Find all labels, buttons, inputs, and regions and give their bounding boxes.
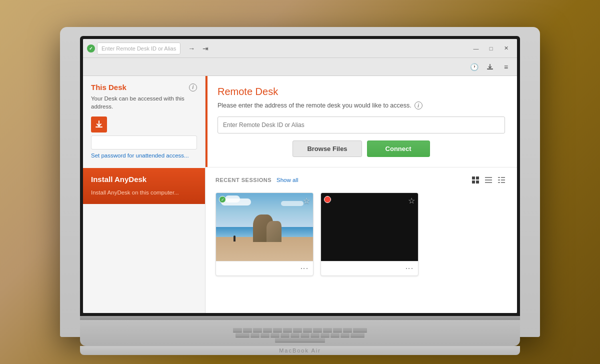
close-button[interactable]: ✕ <box>499 43 513 54</box>
tab-arrow-button[interactable]: ⇥ <box>200 43 212 54</box>
svg-rect-11 <box>498 180 500 180</box>
key <box>330 333 340 337</box>
beach-clouds-2 <box>281 201 304 206</box>
history-button[interactable]: 🕐 <box>467 60 481 74</box>
key <box>280 333 290 337</box>
install-section: Install AnyDesk Install AnyDesk on this … <box>83 168 205 204</box>
svg-rect-6 <box>485 177 492 178</box>
svg-rect-8 <box>485 182 492 183</box>
maximize-button[interactable]: □ <box>484 43 498 54</box>
remote-address-input[interactable] <box>218 116 505 134</box>
keyboard-area <box>80 320 520 346</box>
session-1-status-badge <box>219 196 226 203</box>
list-view-button[interactable] <box>483 174 494 186</box>
sessions-grid: ☆ ⋮ ☆ <box>216 192 507 276</box>
view-icons <box>470 174 507 186</box>
key <box>323 328 332 332</box>
session-card-1[interactable]: ☆ ⋮ <box>216 192 314 276</box>
laptop-hinge <box>80 316 520 320</box>
key <box>340 333 350 337</box>
recent-sessions-header: RECENT SESSIONS Show all <box>216 174 507 186</box>
session-2-info: ⋮ <box>321 261 418 276</box>
laptop-outer: Enter Remote Desk ID or Alias → ⇥ — □ ✕ … <box>60 27 540 337</box>
remote-desk-description: Please enter the address of the remote d… <box>218 102 505 110</box>
right-content: Remote Desk Please enter the address of … <box>206 76 517 313</box>
beach-rock-2 <box>266 221 282 242</box>
svg-rect-4 <box>472 180 475 184</box>
remote-desk-info-icon[interactable]: i <box>414 102 422 110</box>
grid-view-button[interactable] <box>470 174 481 186</box>
key <box>260 333 270 337</box>
forward-arrow-button[interactable]: → <box>186 43 198 54</box>
key <box>313 328 322 332</box>
button-row: Browse Files Connect <box>218 140 505 157</box>
install-link[interactable]: Install AnyDesk on this computer... <box>91 190 179 196</box>
laptop-brand-label: MacBook Air <box>279 348 321 354</box>
title-bar: Enter Remote Desk ID or Alias → ⇥ — □ ✕ <box>83 39 517 58</box>
this-desk-title: This Desk <box>91 83 126 92</box>
minimize-button[interactable]: — <box>469 43 483 54</box>
set-password-link[interactable]: Set password for unattended access... <box>91 152 189 158</box>
keyboard-row-3 <box>106 338 494 342</box>
key <box>320 333 330 337</box>
address-bar: Enter Remote Desk ID or Alias <box>97 42 180 54</box>
connect-button[interactable]: Connect <box>367 140 430 157</box>
key <box>236 333 250 337</box>
svg-rect-9 <box>498 177 500 178</box>
key <box>263 328 272 332</box>
nav-arrows: → ⇥ <box>186 43 212 54</box>
key <box>243 328 252 332</box>
screen: Enter Remote Desk ID or Alias → ⇥ — □ ✕ … <box>83 39 517 313</box>
keyboard-row-2 <box>106 333 494 337</box>
beach-person <box>234 236 236 242</box>
this-desk-header: This Desk i <box>91 83 197 92</box>
key <box>300 333 310 337</box>
session-1-info: ⋮ <box>216 261 313 276</box>
key <box>273 328 282 332</box>
address-placeholder-text: Enter Remote Desk ID or Alias <box>102 46 176 52</box>
laptop-base: MacBook Air <box>80 346 520 355</box>
session-2-more-button[interactable]: ⋮ <box>405 264 413 273</box>
recent-sessions-title: RECENT SESSIONS <box>216 177 272 183</box>
remote-desk-title: Remote Desk <box>218 86 505 98</box>
desk-id-input[interactable] <box>91 136 197 150</box>
keyboard-row-1 <box>106 328 494 332</box>
key <box>253 328 262 332</box>
menu-button[interactable]: ≡ <box>499 60 513 74</box>
this-desk-info-icon[interactable]: i <box>189 84 197 92</box>
keyboard-rows <box>106 328 494 343</box>
key <box>353 328 367 332</box>
toolbar: 🕐 ≡ <box>83 58 517 76</box>
key <box>310 333 320 337</box>
spacebar-key <box>275 338 325 342</box>
svg-rect-5 <box>476 180 479 184</box>
session-1-star[interactable]: ☆ <box>303 196 310 206</box>
svg-rect-7 <box>485 180 492 180</box>
detail-view-button[interactable] <box>496 174 507 186</box>
download-icon-box[interactable] <box>91 116 107 132</box>
key <box>343 328 352 332</box>
recent-sessions: RECENT SESSIONS Show all <box>206 168 517 283</box>
session-2-status-badge <box>324 196 331 203</box>
svg-rect-3 <box>476 176 479 180</box>
key <box>270 333 280 337</box>
key <box>233 328 242 332</box>
window-controls: — □ ✕ <box>469 43 513 54</box>
beach-thumbnail <box>216 193 313 261</box>
browse-files-button[interactable]: Browse Files <box>292 140 362 157</box>
session-thumb-1: ☆ <box>216 193 313 261</box>
session-1-more-button[interactable]: ⋮ <box>300 264 308 273</box>
session-2-star[interactable]: ☆ <box>408 196 415 206</box>
svg-rect-10 <box>501 177 505 178</box>
sidebar: This Desk i Your Desk can be accessed wi… <box>83 76 206 313</box>
dark-thumbnail <box>321 193 418 261</box>
key <box>350 333 364 337</box>
key <box>303 328 312 332</box>
key <box>250 333 260 337</box>
key <box>290 333 300 337</box>
connection-status-icon <box>87 44 95 52</box>
show-all-link[interactable]: Show all <box>276 177 298 183</box>
download-button[interactable] <box>483 60 497 74</box>
screen-bezel: Enter Remote Desk ID or Alias → ⇥ — □ ✕ … <box>80 36 520 316</box>
session-card-2[interactable]: ☆ ⋮ <box>320 192 418 276</box>
